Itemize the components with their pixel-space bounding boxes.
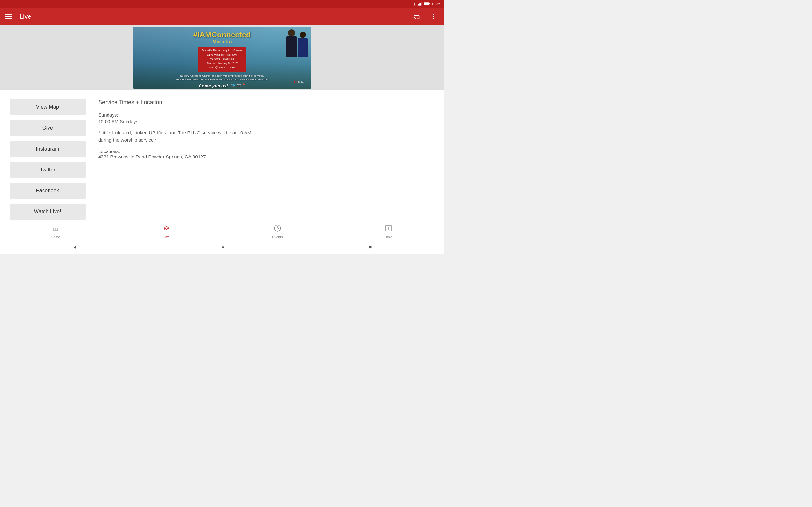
twitter-button[interactable]: Twitter bbox=[9, 162, 86, 178]
person-1-head bbox=[288, 30, 295, 37]
info-column: Service Times + Location Sundays: 10:00 … bbox=[98, 97, 435, 216]
svg-rect-2 bbox=[420, 3, 421, 5]
banner-info-box: Marietta Performing Arts Center 1171 Whi… bbox=[198, 47, 247, 72]
battery-icon bbox=[424, 2, 430, 6]
banner-join-text: Come join us! bbox=[199, 83, 228, 89]
cast-button[interactable] bbox=[411, 11, 422, 22]
nav-item-events[interactable]: Events bbox=[222, 224, 333, 239]
bible-icon bbox=[385, 224, 392, 234]
system-navigation: ◄ ● ■ bbox=[0, 241, 444, 253]
events-icon bbox=[274, 224, 281, 234]
sundays-label: Sundays: bbox=[98, 112, 435, 118]
instagram-button[interactable]: Instagram bbox=[9, 141, 86, 157]
social-icons: f 🐦 📷 📍 bbox=[231, 83, 246, 87]
nav-item-bible[interactable]: Bible bbox=[333, 224, 444, 239]
person-2 bbox=[298, 32, 308, 57]
time-display: 10:26 bbox=[432, 2, 440, 6]
person-2-head bbox=[300, 32, 306, 38]
service-times-title: Service Times + Location bbox=[98, 99, 435, 106]
banner-nursery-note: Nursery, Children's Church, and Teen Min… bbox=[180, 74, 264, 77]
banner-image: #IAMConnected Marietta Marietta Performi… bbox=[133, 27, 311, 89]
svg-point-9 bbox=[433, 18, 434, 19]
svg-rect-0 bbox=[418, 4, 419, 5]
home-icon bbox=[52, 224, 59, 234]
banner-website: For more information on service times an… bbox=[176, 78, 268, 81]
bible-label: Bible bbox=[385, 235, 392, 239]
banner-content: #IAMConnected Marietta Marietta Performi… bbox=[133, 27, 311, 89]
status-icons: 10:26 bbox=[412, 2, 440, 6]
events-label: Events bbox=[272, 235, 283, 239]
svg-point-7 bbox=[433, 14, 434, 15]
recents-button[interactable]: ■ bbox=[369, 244, 372, 250]
banner-venue: Marietta Performing Arts Center 1171 Whi… bbox=[202, 49, 242, 70]
locations-label: Locations: bbox=[98, 149, 435, 154]
status-bar: 10:26 bbox=[0, 0, 444, 8]
banner-hashtag: #IAMConnected bbox=[193, 31, 251, 39]
svg-rect-5 bbox=[429, 3, 430, 4]
bottom-nav: Home Live Events Bible bbox=[0, 222, 444, 241]
banner-location: Marietta bbox=[212, 39, 232, 45]
svg-rect-3 bbox=[421, 2, 422, 5]
service-note: *Little LinkLand, Linked UP Kids, and Th… bbox=[98, 129, 257, 144]
watch-live-button[interactable]: Watch Live! bbox=[9, 204, 86, 220]
main-content: View Map Give Instagram Twitter Facebook… bbox=[0, 90, 444, 222]
nav-item-live[interactable]: Live bbox=[111, 224, 222, 239]
view-map-button[interactable]: View Map bbox=[9, 99, 86, 115]
svg-point-8 bbox=[433, 16, 434, 17]
banner-footer: Come join us! f 🐦 📷 📍 bbox=[199, 82, 246, 89]
signal-icon bbox=[418, 2, 422, 6]
person-1 bbox=[286, 30, 297, 57]
home-button[interactable]: ● bbox=[221, 244, 224, 250]
menu-button[interactable] bbox=[5, 14, 12, 19]
nav-item-home[interactable]: Home bbox=[0, 224, 111, 239]
person-1-body bbox=[286, 37, 297, 57]
cast-icon bbox=[413, 13, 420, 20]
banner-logo: UP Linked bbox=[294, 78, 306, 86]
svg-text:UP: UP bbox=[294, 80, 298, 83]
facebook-button[interactable]: Facebook bbox=[9, 183, 86, 199]
live-label: Live bbox=[163, 235, 170, 239]
app-bar-actions bbox=[411, 11, 439, 22]
live-icon bbox=[163, 224, 170, 234]
app-bar: Live bbox=[0, 8, 444, 25]
home-label: Home bbox=[51, 235, 60, 239]
buttons-column: View Map Give Instagram Twitter Facebook… bbox=[9, 97, 86, 216]
svg-rect-1 bbox=[419, 3, 420, 5]
linkedup-logo: UP Linked bbox=[294, 78, 306, 86]
svg-rect-6 bbox=[424, 3, 429, 5]
more-vert-icon bbox=[430, 13, 437, 20]
address: 4331 Brownsville Road Powder Springs, GA… bbox=[98, 154, 435, 159]
svg-text:Linked: Linked bbox=[299, 81, 305, 83]
back-button[interactable]: ◄ bbox=[72, 244, 77, 250]
wifi-icon bbox=[412, 2, 417, 6]
give-button[interactable]: Give bbox=[9, 120, 86, 136]
app-title: Live bbox=[20, 13, 411, 20]
banner-container: #IAMConnected Marietta Marietta Performi… bbox=[0, 25, 444, 90]
banner-people bbox=[286, 30, 308, 57]
sundays-time: 10:00 AM Sundays bbox=[98, 119, 435, 124]
person-2-body bbox=[298, 38, 308, 57]
more-options-button[interactable] bbox=[427, 11, 439, 22]
